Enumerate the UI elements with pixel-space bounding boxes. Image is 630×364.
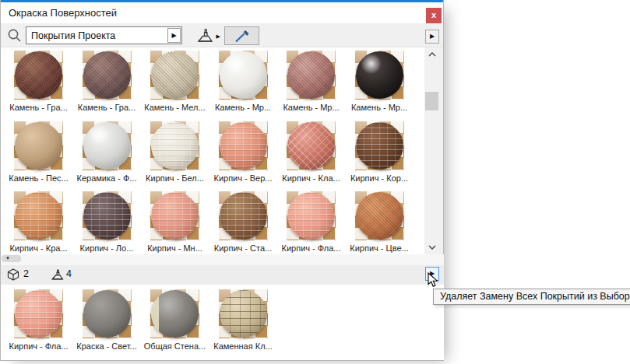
surface-tile-label: Камень - Гра... <box>5 103 73 112</box>
material-sphere <box>220 290 267 338</box>
surface-tile-label: Кирпич - Бел... <box>141 173 209 183</box>
tooltip: Удаляет Замену Всех Покрытий из Выборки <box>433 289 630 305</box>
selected-elements-count: 2 <box>23 268 29 279</box>
material-preview <box>83 191 132 240</box>
surface-tile[interactable]: Кирпич - Фла... <box>277 191 346 254</box>
mouse-cursor <box>428 272 439 292</box>
material-sphere <box>220 192 267 240</box>
material-preview <box>219 121 268 170</box>
surface-painting-window: Окраска Поверхностей x ▶ ▶ <box>0 0 444 361</box>
selection-counters-bar: 2 4 ▶ <box>1 265 444 285</box>
surface-tile[interactable]: Кирпич - Кла... <box>277 121 346 185</box>
surface-tile[interactable]: Кирпич - Мн... <box>141 191 209 254</box>
surface-tile[interactable]: Камень - Мр... <box>277 51 346 114</box>
surface-tile[interactable]: Кирпич - Вер... <box>209 121 277 185</box>
material-preview <box>14 191 63 240</box>
scrollbar-up-button[interactable] <box>424 47 439 61</box>
material-preview <box>83 51 132 100</box>
surface-tile-label: Кирпич - Вер... <box>209 173 277 183</box>
surface-tile-label: Кирпич - Фла... <box>277 243 346 253</box>
surface-tile-label: Кирпич - Кор... <box>345 173 414 183</box>
surface-list-bottom: Кирпич - Фла...Краска - Свет...Общая Сте… <box>1 285 444 360</box>
surface-tile-label: Общая Стена... <box>141 341 209 351</box>
surface-tile[interactable]: Камень - Мр... <box>345 51 414 114</box>
surface-tile[interactable]: Кирпич - Ло... <box>72 191 141 254</box>
material-preview <box>150 51 199 100</box>
eyedropper-button[interactable] <box>224 26 259 45</box>
surface-tile[interactable]: Кирпич - Кра... <box>5 191 73 254</box>
material-sphere <box>15 122 62 170</box>
material-preview <box>355 121 404 170</box>
chevron-up-icon <box>428 52 436 57</box>
surface-tile[interactable]: Камень - Гра... <box>72 51 141 114</box>
surface-tile-label: Краска - Свет... <box>72 341 141 351</box>
material-preview <box>150 121 199 170</box>
material-sphere <box>287 51 335 99</box>
material-sphere <box>220 51 267 99</box>
paintbrush-icon <box>196 35 216 47</box>
material-sphere <box>15 192 62 240</box>
material-preview <box>14 289 63 338</box>
material-preview <box>150 289 199 338</box>
surface-tile[interactable]: Кирпич - Фла... <box>5 289 73 353</box>
catalog-dropdown-button[interactable]: ▶ <box>167 28 181 43</box>
surface-catalog-input[interactable] <box>26 27 167 44</box>
surface-tile-label: Камень - Мр... <box>277 103 346 112</box>
material-sphere <box>83 290 131 338</box>
scrollbar[interactable] <box>424 47 439 254</box>
surface-tile-label: Камень - Пес... <box>5 173 73 183</box>
surface-tile-label: Кирпич - Цве... <box>345 243 414 253</box>
scrollbar-down-button[interactable] <box>424 240 439 254</box>
material-preview <box>219 289 268 338</box>
surface-tile-label: Камень - Гра... <box>72 103 141 112</box>
material-preview <box>355 51 404 100</box>
surface-tile[interactable]: Керамика - Ф... <box>72 121 141 185</box>
surface-tile[interactable]: Камень - Мел... <box>141 51 209 114</box>
surface-tile[interactable]: Общая Стена... <box>141 289 209 353</box>
surface-tile[interactable]: Камень - Пес... <box>5 121 73 185</box>
material-sphere <box>356 192 403 240</box>
surface-tile-label: Кирпич - Кла... <box>277 173 346 183</box>
surface-tile-label: Кирпич - Фла... <box>5 341 73 351</box>
material-preview <box>83 289 132 338</box>
close-button[interactable]: x <box>426 8 442 23</box>
material-sphere <box>15 290 62 338</box>
surface-tile[interactable]: Кирпич - Бел... <box>141 121 209 185</box>
surfaces-count-icon <box>51 268 66 285</box>
surface-tile[interactable]: Камень - Гра... <box>5 51 73 114</box>
surface-tile[interactable]: Краска - Свет... <box>72 289 141 353</box>
material-preview <box>355 191 404 240</box>
material-preview <box>219 51 268 100</box>
material-preview <box>83 121 132 170</box>
surface-tile-label: Камень - Мр... <box>345 103 414 112</box>
paint-mode-dropdown-arrow-icon: ▶ <box>216 33 220 40</box>
surface-tile-label: Керамика - Ф... <box>72 173 141 183</box>
title-bar[interactable]: Окраска Поверхностей x <box>1 2 443 23</box>
material-sphere <box>287 192 335 240</box>
scrollbar-thumb[interactable] <box>425 92 438 110</box>
surface-tile-label: Кирпич - Ло... <box>72 243 141 253</box>
toolbar-flyout-button[interactable]: ▶ <box>425 30 439 44</box>
material-sphere <box>83 122 131 170</box>
material-sphere <box>356 51 403 99</box>
surface-tile[interactable]: Кирпич - Цве... <box>345 191 414 254</box>
material-preview <box>287 51 336 100</box>
splitter-handle[interactable]: ▼ <box>2 255 21 262</box>
surface-tile-label: Каменная Кл... <box>209 341 277 351</box>
material-sphere <box>83 192 131 240</box>
surface-tile[interactable]: Каменная Кл... <box>209 289 277 353</box>
material-preview <box>14 51 63 100</box>
surface-tile[interactable]: Камень - Мр... <box>209 51 277 114</box>
material-sphere <box>220 122 267 170</box>
surface-tile[interactable]: Кирпич - Ста... <box>209 191 277 254</box>
material-sphere <box>151 122 199 170</box>
selected-elements-icon <box>7 268 19 284</box>
surface-tile[interactable]: Кирпич - Кор... <box>345 121 414 185</box>
splitter-collapse-icon: ▼ <box>5 256 10 261</box>
toolbar: ▶ ▶ ▶ <box>1 23 443 47</box>
surface-catalog-combo[interactable]: ▶ <box>26 26 182 44</box>
surface-tile-label: Кирпич - Ста... <box>209 243 277 253</box>
paint-mode-button[interactable]: ▶ <box>192 26 220 45</box>
material-sphere <box>83 51 131 99</box>
chevron-down-icon <box>428 245 436 250</box>
